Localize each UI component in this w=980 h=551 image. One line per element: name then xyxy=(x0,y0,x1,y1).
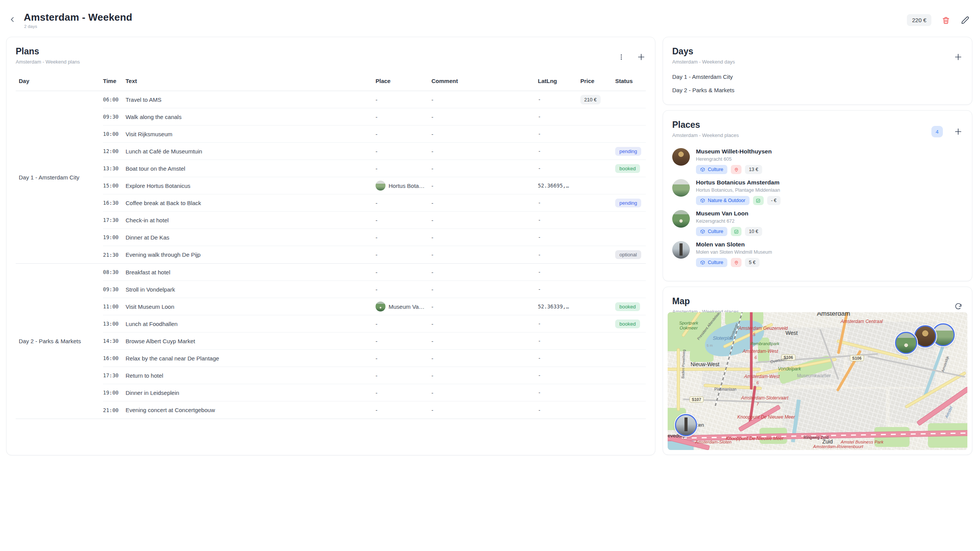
plan-comment: - xyxy=(431,303,538,310)
plan-text: Browse Albert Cuyp Market xyxy=(126,338,376,344)
app-header: Amsterdam - Weekend 2 days 220 € xyxy=(0,0,980,37)
category-badge: Culture xyxy=(696,227,727,236)
map-marker-museum-van-loon[interactable] xyxy=(895,332,917,354)
plan-place-name: - xyxy=(376,372,377,379)
plan-row[interactable]: 17:30 Return to hotel - - - xyxy=(103,367,646,384)
plan-row[interactable]: 15:00 Explore Hortus Botanicus Hortus Bo… xyxy=(103,177,646,194)
plan-place: - xyxy=(376,217,431,223)
map-label: Amsterdam-Rivierenbuurt xyxy=(813,444,863,449)
map-title: Map xyxy=(672,296,963,306)
plan-row[interactable]: 10:00 Visit Rijksmuseum - - - xyxy=(103,126,646,143)
map-refresh-button[interactable] xyxy=(954,302,963,311)
place-list-item[interactable]: Molen van Sloten Molen van Sloten Windmi… xyxy=(672,239,963,270)
plan-row[interactable]: 19:00 Dinner at De Kas - - - xyxy=(103,229,646,246)
plan-row[interactable]: 13:00 Lunch at Foodhallen - - - booked xyxy=(103,315,646,333)
map-label: 7 xyxy=(756,402,759,407)
plans-menu-button[interactable] xyxy=(617,52,626,62)
plan-place-name: - xyxy=(376,200,377,206)
plan-comment: - xyxy=(431,114,538,120)
plan-time: 16:00 xyxy=(103,355,126,361)
plan-place-name: - xyxy=(376,269,377,276)
plan-latlng: - xyxy=(538,390,580,396)
plan-row[interactable]: 11:00 Visit Museum Loon Museum Va… - 52.… xyxy=(103,298,646,315)
plan-status: booked xyxy=(615,164,646,173)
map-marker-museum-willet-holthuysen[interactable] xyxy=(914,325,936,347)
plan-comment: - xyxy=(431,372,538,379)
place-photo xyxy=(672,148,690,166)
category-cube-icon xyxy=(700,229,705,234)
map-label: Amsterdam xyxy=(817,312,850,318)
place-name: Hortus Botanicus Amsterdam xyxy=(696,179,781,186)
add-plan-button[interactable] xyxy=(637,52,646,62)
plan-text: Evening walk through De Pijp xyxy=(126,251,376,258)
plan-row[interactable]: 06:00 Travel to AMS - - - 210 € xyxy=(103,91,646,108)
plan-text: Lunch at Café de Museumtuin xyxy=(126,148,376,155)
add-day-button[interactable] xyxy=(954,52,963,62)
plan-latlng: - xyxy=(538,114,580,120)
plans-table-header: Day Time Text Place Comment LatLng Price… xyxy=(16,70,646,91)
plan-text: Travel to AMS xyxy=(126,96,376,103)
map-label: Amsterdam-West xyxy=(743,349,778,354)
plan-row[interactable]: 09:30 Walk along the canals - - - xyxy=(103,108,646,126)
plan-latlng: - xyxy=(538,148,580,154)
plan-place: - xyxy=(376,372,431,379)
plan-latlng: - xyxy=(538,269,580,275)
plan-row[interactable]: 14:30 Browse Albert Cuyp Market - - - xyxy=(103,333,646,350)
edit-trip-button[interactable] xyxy=(960,16,970,25)
plan-latlng: - xyxy=(538,355,580,361)
back-button[interactable] xyxy=(8,15,18,24)
plan-comment: - xyxy=(431,165,538,172)
plan-row[interactable]: 09:30 Stroll in Vondelpark - - - xyxy=(103,281,646,298)
plan-row[interactable]: 21:30 Evening walk through De Pijp - - - xyxy=(103,246,646,263)
plan-comment: - xyxy=(431,217,538,223)
plan-row[interactable]: 17:30 Check-in at hotel - - - xyxy=(103,212,646,229)
plan-row[interactable]: 12:00 Lunch at Café de Museumtuin - - - … xyxy=(103,143,646,160)
add-place-button[interactable] xyxy=(954,127,963,136)
map-label: Amsterdam Geuzenveld xyxy=(738,326,788,331)
plan-row[interactable]: 19:00 Dinner in Leidseplein - - - xyxy=(103,384,646,401)
plan-status: pending xyxy=(615,147,646,156)
place-list-item[interactable]: Museum Willet-Holthuysen Herengracht 605… xyxy=(672,146,963,177)
map-label: Vondelpark xyxy=(778,367,801,372)
delete-trip-button[interactable] xyxy=(941,16,951,25)
plan-place-name: - xyxy=(376,96,377,103)
plan-row[interactable]: 16:30 Coffee break at Back to Black - - … xyxy=(103,194,646,212)
plan-latlng: - xyxy=(538,372,580,378)
plan-place: - xyxy=(376,200,431,206)
map-label: S106 xyxy=(850,355,864,361)
place-name: Museum Willet-Holthuysen xyxy=(696,148,772,155)
category-badge: Culture xyxy=(696,258,727,267)
day-list-item[interactable]: Day 1 - Amsterdam City xyxy=(668,70,967,83)
plan-row[interactable]: 21:00 Evening concert at Concertgebouw -… xyxy=(103,401,646,419)
plan-latlng: - xyxy=(538,286,580,292)
plan-row[interactable]: 16:00 Relax by the canal near De Plantag… xyxy=(103,350,646,367)
place-address: Keizersgracht 672 xyxy=(696,218,762,224)
plans-panel: Plans Amsterdam - Weekend plans Day Time… xyxy=(6,37,655,455)
category-cube-icon xyxy=(700,198,705,203)
places-subtitle: Amsterdam - Weekend places xyxy=(672,132,963,138)
plan-place: - xyxy=(376,390,431,396)
plan-status: pending xyxy=(615,199,646,207)
plan-latlng: - xyxy=(538,200,580,206)
place-badges: Nature & Outdoor - € xyxy=(696,196,781,205)
day-list-item[interactable]: Day 2 - Parks & Markets xyxy=(668,83,967,97)
plan-comment: - xyxy=(431,355,538,362)
plan-time: 21:30 xyxy=(103,252,126,258)
map-canvas[interactable]: Sportpark Ookmeer President Allendelaan … xyxy=(668,312,967,450)
map-marker-molen-van-sloten[interactable] xyxy=(675,414,697,436)
plan-comment: - xyxy=(431,183,538,189)
place-info: Hortus Botanicus Amsterdam Hortus Botani… xyxy=(696,179,781,205)
plan-place: - xyxy=(376,165,431,172)
plan-place: - xyxy=(376,251,431,258)
place-price-badge: - € xyxy=(767,196,781,205)
place-thumbnail xyxy=(376,181,385,191)
plan-place-name: - xyxy=(376,321,377,327)
plan-row[interactable]: 13:30 Boat tour on the Amstel - - - book… xyxy=(103,160,646,177)
kebab-menu-icon xyxy=(618,54,625,60)
place-list-item[interactable]: Hortus Botanicus Amsterdam Hortus Botani… xyxy=(672,177,963,208)
plan-row[interactable]: 08:30 Breakfast at hotel - - - xyxy=(103,264,646,281)
place-list-item[interactable]: Museum Van Loon Keizersgracht 672 Cultur… xyxy=(672,208,963,239)
plan-text: Dinner at De Kas xyxy=(126,234,376,241)
category-cube-icon xyxy=(700,260,705,265)
day-group-label: Day 1 - Amsterdam City xyxy=(16,91,103,263)
